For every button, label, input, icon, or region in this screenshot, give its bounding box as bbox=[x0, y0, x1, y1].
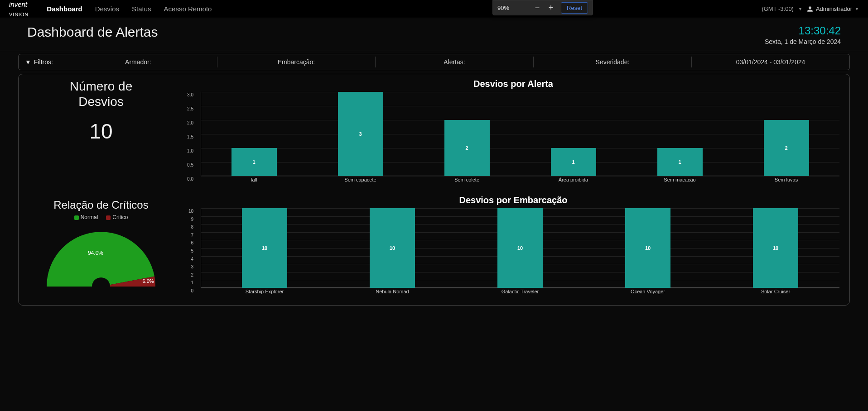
bar[interactable]: 10 bbox=[497, 208, 543, 288]
user-name: Administrador bbox=[816, 5, 852, 12]
x-tick: Solar Cruiser bbox=[753, 289, 798, 299]
legend-normal: Normal bbox=[81, 214, 98, 220]
zoom-out-button[interactable]: − bbox=[534, 3, 541, 13]
y-tick: 2.5 bbox=[187, 106, 193, 111]
kpi-title-1: Número de bbox=[24, 79, 178, 94]
bar[interactable]: 10 bbox=[625, 208, 670, 288]
zoom-in-button[interactable]: + bbox=[547, 3, 555, 13]
bar-value: 2 bbox=[764, 145, 809, 151]
kpi-panel: Número de Desvios 10 bbox=[24, 79, 178, 187]
x-tick: Sem luvas bbox=[764, 177, 809, 187]
legend-critico: Critico bbox=[112, 214, 128, 220]
date: Sexta, 1 de Março de 2024 bbox=[765, 38, 841, 45]
gauge-critico-pct: 6.0% bbox=[142, 278, 154, 284]
bar-value: 3 bbox=[338, 131, 383, 137]
chevron-down-icon: ▼ bbox=[25, 58, 31, 66]
top-nav: inventVISION Dashboard Desvios Status Ac… bbox=[0, 0, 868, 18]
x-tick: Sem colete bbox=[444, 177, 490, 187]
y-tick: 0.0 bbox=[187, 177, 193, 182]
y-tick: 3.0 bbox=[187, 92, 193, 97]
kpi-value: 10 bbox=[24, 119, 178, 143]
bar-value: 1 bbox=[231, 159, 277, 165]
gauge-chart: 94.0% 6.0% bbox=[42, 228, 160, 291]
filter-severidade[interactable]: Severidade: bbox=[533, 57, 691, 67]
chevron-down-icon: ▼ bbox=[855, 7, 859, 11]
legend-swatch-critico bbox=[106, 215, 111, 220]
gauge-title: Relação de Críticos bbox=[24, 199, 178, 211]
y-tick: 0.5 bbox=[187, 162, 193, 167]
filter-armador[interactable]: Armador: bbox=[59, 57, 217, 67]
bar[interactable]: 1 bbox=[231, 148, 277, 176]
y-tick: 1.5 bbox=[187, 134, 193, 139]
bar-value: 10 bbox=[242, 245, 287, 251]
kpi-title-2: Desvios bbox=[24, 94, 178, 110]
user-menu[interactable]: Administrador ▼ bbox=[807, 5, 859, 12]
bar-value: 10 bbox=[497, 245, 543, 251]
legend-swatch-normal bbox=[74, 215, 79, 220]
x-tick: Sem macacão bbox=[657, 177, 703, 187]
y-tick: 1.0 bbox=[187, 148, 193, 153]
clock: 13:30:42 bbox=[765, 24, 841, 37]
bar-value: 10 bbox=[625, 245, 670, 251]
filters-bar: ▼ Filtros: Armador: Embarcação: Alertas:… bbox=[18, 54, 850, 70]
nav-status[interactable]: Status bbox=[132, 5, 151, 13]
bar[interactable]: 10 bbox=[753, 208, 798, 288]
filter-daterange[interactable]: 03/01/2024 - 03/01/2024 bbox=[691, 57, 849, 67]
zoom-overlay: 90% − + Reset bbox=[492, 0, 593, 15]
gauge-legend: Normal Critico bbox=[24, 214, 178, 220]
bar[interactable]: 10 bbox=[370, 208, 415, 288]
bar-value: 1 bbox=[551, 159, 596, 165]
filter-embarcacao[interactable]: Embarcação: bbox=[217, 57, 375, 67]
filters-toggle[interactable]: ▼ Filtros: bbox=[19, 58, 59, 66]
chart-alertas-title: Desvios por Alerta bbox=[183, 79, 844, 89]
page-title: Dashboard de Alertas bbox=[27, 24, 158, 40]
chart-alertas-plot: 0.00.51.01.52.02.53.0132112fallSem capac… bbox=[196, 92, 844, 187]
y-tick: 5 bbox=[191, 249, 193, 253]
x-tick: Ocean Voyager bbox=[625, 289, 670, 299]
bar[interactable]: 10 bbox=[242, 208, 287, 288]
zoom-percent: 90% bbox=[497, 5, 509, 11]
gauge-panel: Relação de Críticos Normal Critico 94.0%… bbox=[24, 195, 178, 299]
chevron-down-icon[interactable]: ▼ bbox=[798, 7, 802, 11]
bar[interactable]: 1 bbox=[551, 148, 596, 176]
y-tick: 8 bbox=[191, 225, 193, 229]
bar[interactable]: 2 bbox=[444, 120, 490, 176]
x-tick: Starship Explorer bbox=[242, 289, 287, 299]
y-tick: 0 bbox=[191, 288, 193, 293]
nav-desvios[interactable]: Desvios bbox=[95, 5, 119, 13]
bar[interactable]: 1 bbox=[657, 148, 703, 176]
y-tick: 10 bbox=[188, 209, 193, 214]
bar[interactable]: 2 bbox=[764, 120, 809, 176]
y-tick: 1 bbox=[191, 280, 193, 285]
nav-acesso-remoto[interactable]: Acesso Remoto bbox=[164, 5, 212, 13]
chart-embarcacao-title: Desvios por Embarcação bbox=[183, 195, 844, 206]
x-tick: Área proibida bbox=[551, 177, 596, 187]
user-icon bbox=[807, 6, 813, 12]
filter-alertas[interactable]: Alertas: bbox=[375, 57, 533, 67]
gauge-normal-pct: 94.0% bbox=[88, 250, 103, 256]
y-tick: 7 bbox=[191, 232, 193, 237]
y-tick: 9 bbox=[191, 216, 193, 221]
timezone-label: (GMT -3:00) bbox=[762, 5, 794, 12]
bar-value: 10 bbox=[753, 245, 798, 251]
y-tick: 4 bbox=[191, 256, 193, 261]
bar-value: 10 bbox=[370, 245, 415, 251]
filters-label: Filtros: bbox=[34, 58, 53, 66]
bar[interactable]: 3 bbox=[338, 92, 383, 176]
y-tick: 2 bbox=[191, 272, 193, 277]
bar-value: 1 bbox=[657, 159, 703, 165]
nav-links: Dashboard Desvios Status Acesso Remoto bbox=[47, 5, 212, 13]
nav-dashboard[interactable]: Dashboard bbox=[47, 5, 82, 13]
y-tick: 2.0 bbox=[187, 120, 193, 125]
chart-embarcacao: Desvios por Embarcação 01234567891010101… bbox=[183, 195, 844, 299]
x-tick: Nebula Nomad bbox=[370, 289, 415, 299]
main-grid: Número de Desvios 10 Desvios por Alerta … bbox=[18, 74, 850, 306]
zoom-reset-button[interactable]: Reset bbox=[561, 2, 588, 14]
bar-value: 2 bbox=[444, 145, 490, 151]
chart-alertas: Desvios por Alerta 0.00.51.01.52.02.53.0… bbox=[183, 79, 844, 187]
y-tick: 6 bbox=[191, 240, 193, 245]
brand-logo: inventVISION bbox=[9, 0, 29, 17]
x-tick: Sem capacete bbox=[338, 177, 383, 187]
x-tick: Galactic Traveler bbox=[497, 289, 543, 299]
x-tick: fall bbox=[231, 177, 277, 187]
